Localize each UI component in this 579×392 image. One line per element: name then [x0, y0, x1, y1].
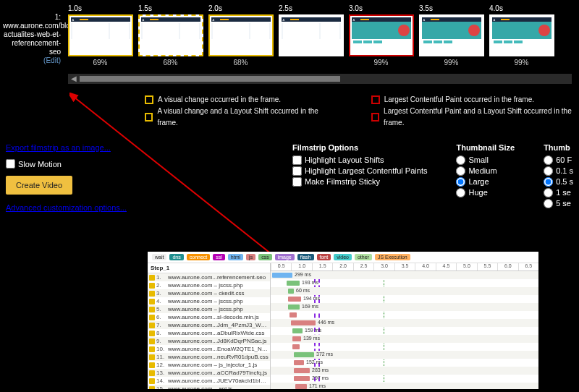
lock-icon — [149, 307, 155, 312]
waterfall-row[interactable]: 12.www.aurone.com – js_injector_1.js — [148, 361, 270, 369]
size-large[interactable]: Large — [456, 176, 515, 187]
int-01s[interactable]: 0.1 s — [544, 166, 573, 176]
filmstrip-frame[interactable]: 1.5sA68% — [135, 3, 206, 67]
frame-thumb[interactable]: A — [419, 14, 484, 56]
frame-thumb[interactable]: A — [138, 14, 203, 56]
lock-icon — [149, 299, 155, 304]
frame-percent — [276, 56, 346, 59]
advanced-link[interactable]: Advanced customization options... — [6, 203, 151, 212]
frame-time: 1.0s — [65, 3, 135, 14]
waterfall-bar-row — [271, 343, 538, 351]
frame-percent: 69% — [65, 56, 135, 67]
waterfall-tick: 5.0 — [456, 263, 476, 270]
waterfall-tick: 4.5 — [436, 263, 456, 270]
frame-thumb[interactable]: A — [208, 14, 274, 56]
int-05s[interactable]: 0.5 s — [544, 176, 573, 187]
legend-lcp-ls: Largest Contentful Paint and a Layout Sh… — [384, 106, 579, 129]
filmstrip-frame[interactable]: 1.0sA69% — [65, 3, 135, 67]
size-huge[interactable]: Huge — [456, 187, 515, 198]
filmstrip-scrollbar[interactable]: ◀ — [68, 74, 572, 84]
waterfall-cat: JS Execution — [375, 254, 410, 260]
waterfall-cat: font — [317, 254, 331, 260]
waterfall-row[interactable]: 7.www.aurone.com...Jdm_4PzmJ3_WR1.js — [148, 321, 270, 329]
opt-hls[interactable]: Highlight Layout Shifts — [292, 155, 427, 166]
size-small[interactable]: Small — [456, 155, 515, 166]
lock-icon — [149, 323, 155, 328]
waterfall-row[interactable]: 10.www.aurone.com...EnoaW2QTE1_Nk.js — [148, 345, 270, 353]
scroll-left-icon[interactable]: ◀ — [71, 74, 77, 82]
waterfall-tick: 2.0 — [332, 263, 352, 270]
waterfall-cat: flash — [297, 254, 314, 260]
waterfall-row[interactable]: 6.www.aurone.com...sl-decode.min.js — [148, 313, 270, 321]
filmstrip-frame[interactable]: 4.0sA99% — [486, 3, 557, 67]
waterfall-bar-row: 169 ms — [271, 303, 538, 311]
waterfall-bar-row: 60 ms — [271, 287, 538, 295]
legend-lcp: Largest Contentful Paint occurred in the… — [384, 94, 534, 106]
waterfall-cat: connect — [187, 254, 211, 260]
waterfall-bar-row: 446 ms — [271, 319, 538, 327]
export-link[interactable]: Export filmstrip as an image... — [6, 143, 151, 152]
opt-sticky[interactable]: Make Filmstrip Sticky — [292, 176, 427, 187]
int-60f[interactable]: 60 F — [544, 155, 573, 166]
thumb-size-head: Thumbnail Size — [456, 143, 515, 152]
waterfall-row[interactable]: 15.www.aurone.com – api.js — [148, 385, 270, 389]
frame-percent: 99% — [416, 56, 486, 67]
scroll-thumb[interactable] — [80, 76, 340, 82]
waterfall-cat: other — [355, 254, 372, 260]
filmstrip-frame[interactable]: 3.5sA99% — [416, 3, 486, 67]
waterfall-row[interactable]: 9.www.aurone.com...Jd8KdDqrPNSac.js — [148, 337, 270, 345]
frame-time: 2.0s — [206, 3, 276, 14]
waterfall-row[interactable]: 3.www.aurone.com – ckedit.css — [148, 289, 270, 297]
waterfall-legend: waitdnsconnectsslhtmljscssimageflashfont… — [148, 252, 538, 263]
waterfall-row[interactable]: 14.www.aurone.com...JUEV70akcId1bIGl.js — [148, 377, 270, 385]
waterfall-row[interactable]: 4.www.aurone.com – jscss.php — [148, 297, 270, 305]
filmstrip-frame[interactable]: 2.0sA68% — [206, 3, 276, 67]
edit-link[interactable]: (Edit) — [43, 56, 61, 64]
waterfall-row[interactable]: 1.www.aurone.com...referencement-seo — [148, 273, 270, 281]
int-1s[interactable]: 1 se — [544, 187, 573, 198]
waterfall-cat: video — [334, 254, 352, 260]
waterfall-step: Step_1 — [148, 263, 270, 273]
waterfall-row[interactable]: 13.www.aurone.com...aCCRad79Tincfq.js — [148, 369, 270, 377]
frame-thumb[interactable]: A — [349, 14, 414, 56]
lock-icon — [149, 354, 155, 360]
slow-motion-input[interactable] — [6, 159, 15, 169]
waterfall-cat: ssl — [213, 254, 225, 260]
waterfall-bar-row: 283 ms — [271, 367, 538, 375]
filmstrip-frame[interactable]: 2.5sA — [276, 3, 346, 67]
filmstrip-options: Filmstrip Options Highlight Layout Shift… — [292, 143, 427, 187]
filmstrip-frame[interactable]: 3.0sA99% — [346, 3, 416, 67]
waterfall-tick: 2.5 — [353, 263, 373, 270]
waterfall-bar-row: 152 ms — [271, 359, 538, 367]
legend-visual-ls-icon — [145, 113, 153, 122]
frame-thumb[interactable]: A — [279, 14, 344, 56]
frame-percent: 68% — [206, 56, 276, 67]
row-label: 1: www.aurone.com/blog-actualites-web-et… — [3, 3, 65, 65]
legend-lcp-ls-icon — [371, 113, 379, 122]
waterfall-row[interactable]: 11.www.aurone.com...neuRvR01dpuB.css — [148, 353, 270, 361]
waterfall-row[interactable]: 8.www.aurone.com...aDbulRixWtde.css — [148, 329, 270, 337]
frame-thumb[interactable]: A — [68, 14, 133, 56]
waterfall-chart: waitdnsconnectsslhtmljscssimageflashfont… — [148, 252, 538, 389]
frames-container: 1.0sA69%1.5sA68%2.0sA68%2.5sA3.0sA99%3.5… — [65, 3, 579, 67]
frame-thumb[interactable]: A — [489, 14, 554, 56]
opt-hlcp[interactable]: Highlight Largest Contentful Paints — [292, 166, 427, 176]
waterfall-tick: 0.5 — [271, 263, 291, 270]
frame-time: 2.5s — [276, 3, 346, 14]
lock-icon — [149, 338, 155, 344]
waterfall-bar-row: 193 ms — [271, 279, 538, 287]
int-5s[interactable]: 5 se — [544, 198, 573, 209]
size-medium[interactable]: Medium — [456, 166, 515, 176]
waterfall-row[interactable]: 2.www.aurone.com – jscss.php — [148, 281, 270, 289]
lock-icon — [149, 291, 155, 297]
waterfall-cat: js — [246, 254, 255, 260]
thumbnail-interval: Thumb 60 F 0.1 s 0.5 s 1 se 5 se — [544, 143, 573, 209]
waterfall-row[interactable]: 5.www.aurone.com – jscss.php — [148, 305, 270, 313]
legend-visual-ls: A visual change and a Layout Shift occur… — [157, 106, 327, 129]
waterfall-tick: 6.5 — [518, 263, 538, 270]
frame-percent: 99% — [486, 56, 557, 67]
lock-icon — [149, 346, 155, 352]
frame-percent: 99% — [346, 56, 416, 67]
create-video-button[interactable]: Create Video — [6, 176, 72, 195]
slow-motion-checkbox[interactable]: Slow Motion — [6, 159, 151, 169]
